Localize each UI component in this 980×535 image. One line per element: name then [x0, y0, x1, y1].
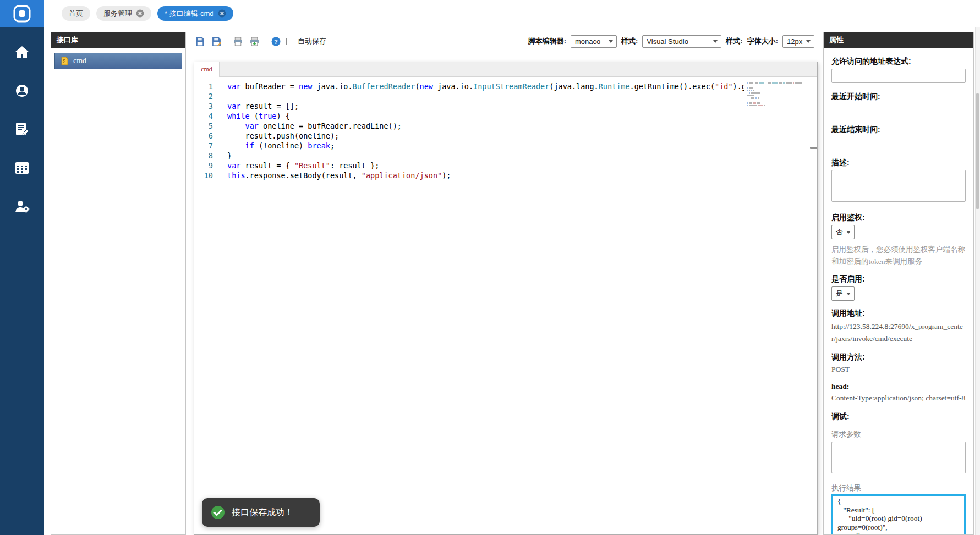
sidebar-item-contacts[interactable]: [0, 76, 44, 106]
start-time-label: 最近开始时间:: [831, 92, 966, 102]
invoke-method-label: 调用方法:: [831, 352, 966, 362]
editor-settings: 脚本编辑器: monaco 样式: Visual Studio 样式: 字体大小…: [528, 35, 814, 48]
request-params-textarea[interactable]: [831, 442, 966, 473]
execution-result-label: 执行结果: [831, 483, 966, 493]
properties-body: 允许访问的地址表达式: 最近开始时间: 最近结束时间: 描述: 启用鉴权: 否 …: [824, 48, 973, 535]
code-line[interactable]: if (!oneline) break;: [227, 141, 744, 151]
app-logo[interactable]: [0, 0, 44, 27]
start-time-value: [831, 102, 966, 116]
tab-interface-edit-cmd[interactable]: * 接口编辑-cmd: [157, 6, 233, 21]
style-select[interactable]: Visual Studio: [642, 35, 721, 48]
line-number: 8: [194, 151, 220, 161]
line-number: 3: [194, 101, 220, 111]
code-line[interactable]: this.response.setBody(result, "applicati…: [227, 170, 744, 180]
panel-splitter-handle[interactable]: [810, 147, 817, 149]
script-editor-select[interactable]: monaco: [571, 35, 617, 48]
code-line[interactable]: while (true) {: [227, 111, 744, 121]
font-size-select[interactable]: 12px: [782, 35, 814, 48]
code-line[interactable]: var result = { "Result": result };: [227, 161, 744, 170]
font-size-label: 字体大小:: [747, 36, 778, 46]
scrollbar-thumb[interactable]: [976, 93, 979, 209]
end-time-label: 最近结束时间:: [831, 125, 966, 135]
line-number: 7: [194, 141, 220, 151]
line-number: 4: [194, 111, 220, 121]
editor-toolbar: ? 自动保存 脚本编辑器: monaco 样式: Visual Studio 样…: [190, 32, 818, 51]
minimap[interactable]: [747, 82, 808, 107]
tab-label: 首页: [69, 9, 83, 19]
code-line[interactable]: }: [227, 151, 744, 161]
save-button[interactable]: [194, 35, 206, 47]
svg-text:?: ?: [274, 38, 278, 45]
topbar: 首页 服务管理 * 接口编辑-cmd: [0, 0, 980, 27]
page-scrollbar: [975, 27, 980, 535]
auth-help-text: 启用鉴权后，您必须使用鉴权客户端名称和加密后的token来调用服务: [831, 244, 966, 268]
code-lines[interactable]: var bufReader = new java.io.BufferedRead…: [227, 81, 744, 180]
address-expression-label: 允许访问的地址表达式:: [831, 57, 966, 67]
sidebar: 100%: [0, 27, 44, 535]
select-value: 否: [836, 228, 843, 236]
address-expression-input[interactable]: [831, 69, 966, 83]
tab-home[interactable]: 首页: [62, 6, 90, 21]
execution-result: { "Result": [ "uid=0(root) gid=0(root) g…: [831, 494, 966, 535]
screen: 首页 服务管理 * 接口编辑-cmd: [0, 0, 980, 535]
tab-label: * 接口编辑-cmd: [165, 9, 214, 19]
description-textarea[interactable]: [831, 170, 966, 202]
code-line[interactable]: var oneline = bufReader.readLine();: [227, 121, 744, 131]
code-line[interactable]: var result = [];: [227, 101, 744, 111]
library-title: 接口库: [57, 36, 78, 44]
editor-tabbar: cmd: [194, 62, 817, 77]
interface-library-panel: 接口库 cmd: [51, 32, 186, 535]
script-icon: [60, 57, 69, 65]
debug-label: 调试:: [831, 412, 966, 422]
sidebar-item-calendar[interactable]: [0, 153, 44, 183]
save-as-icon: [212, 37, 221, 46]
line-number: 10: [194, 170, 220, 180]
select-value: monaco: [575, 37, 600, 46]
success-check-icon: [211, 505, 225, 520]
sidebar-item-notes[interactable]: [0, 114, 44, 144]
enabled-select[interactable]: 是: [831, 286, 855, 301]
auth-select[interactable]: 否: [831, 225, 855, 239]
help-button[interactable]: ?: [270, 35, 282, 47]
toolbar-divider: [227, 36, 227, 46]
code-line[interactable]: var bufReader = new java.io.BufferedRead…: [227, 81, 744, 91]
list-item-cmd[interactable]: cmd: [54, 53, 182, 69]
print-button[interactable]: [232, 35, 244, 47]
code-editor: cmd 12345678910 var bufReader = new java…: [194, 62, 818, 535]
code-line[interactable]: [227, 91, 744, 101]
line-number: 5: [194, 121, 220, 131]
sidebar-item-admin[interactable]: [0, 191, 44, 221]
notes-icon: [15, 122, 29, 136]
save-as-button[interactable]: [210, 35, 222, 47]
contacts-icon: [14, 84, 30, 98]
script-editor-label: 脚本编辑器:: [528, 36, 566, 46]
sidebar-item-home[interactable]: [0, 37, 44, 67]
tab-service-management[interactable]: 服务管理: [96, 6, 151, 21]
invoke-url: http://123.58.224.8:27690/x_program_cent…: [831, 321, 966, 345]
tab-label: 服务管理: [103, 9, 132, 19]
user-settings-icon: [14, 199, 30, 213]
editor-tab-label: cmd: [201, 65, 212, 74]
properties-panel: 属性 允许访问的地址表达式: 最近开始时间: 最近结束时间: 描述: 启用鉴权:…: [823, 32, 974, 535]
autosave-checkbox[interactable]: [286, 38, 293, 45]
head-label: head:: [831, 382, 966, 391]
properties-header: 属性: [824, 32, 973, 48]
print-icon: [233, 37, 243, 46]
help-icon: ?: [271, 37, 281, 46]
export-icon: [250, 37, 259, 46]
editor-tab-cmd[interactable]: cmd: [194, 62, 220, 77]
close-icon[interactable]: [218, 9, 226, 18]
code-line[interactable]: result.push(oneline);: [227, 131, 744, 141]
logo-icon: [13, 4, 31, 23]
style-label-2: 样式:: [726, 36, 742, 46]
head-value: Content-Type:application/json; charset=u…: [831, 392, 966, 404]
auth-label: 启用鉴权:: [831, 213, 966, 223]
close-icon[interactable]: [136, 9, 144, 18]
end-time-value: [831, 135, 966, 149]
gutter: 12345678910: [194, 81, 220, 180]
invoke-method: POST: [831, 363, 966, 376]
line-number: 1: [194, 81, 220, 91]
list-item-label: cmd: [73, 57, 86, 65]
calendar-icon: [15, 161, 29, 175]
export-button[interactable]: [248, 35, 260, 47]
